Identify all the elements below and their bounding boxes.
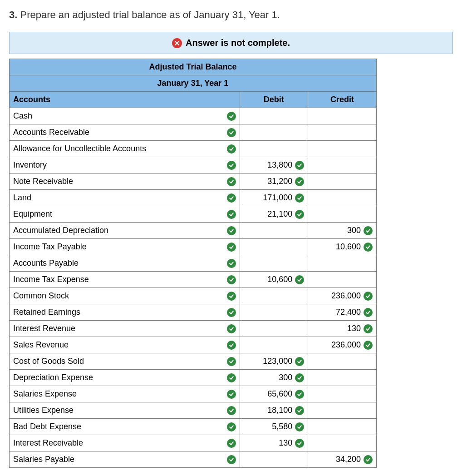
check-icon	[364, 243, 373, 252]
check-icon	[227, 161, 236, 170]
account-name[interactable]: Retained Earnings	[13, 307, 80, 317]
account-name[interactable]: Utilities Expense	[13, 406, 74, 415]
account-name[interactable]: Accumulated Depreciation	[13, 226, 108, 235]
debit-value[interactable]: 5,580	[272, 422, 292, 431]
status-text: Answer is not complete.	[186, 38, 290, 48]
check-icon	[364, 341, 373, 350]
question-text: Prepare an adjusted trial balance as of …	[20, 9, 280, 20]
account-name[interactable]: Cash	[13, 111, 32, 121]
debit-value[interactable]: 10,600	[267, 275, 292, 284]
debit-value[interactable]: 31,200	[267, 177, 292, 186]
account-name[interactable]: Bad Debt Expense	[13, 422, 81, 431]
table-row: Note Receivable31,200	[10, 174, 377, 190]
table-row: Salaries Payable34,200	[10, 451, 377, 468]
check-icon	[227, 292, 236, 301]
table-row: Interest Revenue130	[10, 321, 377, 337]
check-icon	[227, 373, 236, 382]
account-name[interactable]: Note Receivable	[13, 177, 73, 186]
debit-value[interactable]: 300	[279, 373, 292, 382]
check-icon	[227, 390, 236, 399]
debit-value[interactable]: 171,000	[263, 193, 292, 203]
check-icon	[295, 275, 304, 284]
check-icon	[295, 406, 304, 415]
account-name[interactable]: Interest Revenue	[13, 324, 75, 333]
account-name[interactable]: Common Stock	[13, 291, 69, 301]
check-icon	[295, 193, 304, 203]
column-header-credit: Credit	[308, 92, 377, 108]
credit-value[interactable]: 34,200	[336, 455, 361, 464]
check-icon	[227, 177, 236, 186]
check-icon	[227, 422, 236, 431]
check-icon	[227, 439, 236, 448]
check-icon	[364, 226, 373, 235]
check-icon	[227, 357, 236, 366]
account-name[interactable]: Inventory	[13, 160, 47, 170]
table-row: Allowance for Uncollectible Accounts	[10, 141, 377, 157]
table-title-2: January 31, Year 1	[10, 75, 377, 92]
check-icon	[364, 292, 373, 301]
check-icon	[227, 226, 236, 235]
check-icon	[364, 308, 373, 317]
table-row: Inventory13,800	[10, 157, 377, 174]
trial-balance-table: Adjusted Trial Balance January 31, Year …	[9, 59, 377, 468]
table-row: Land171,000	[10, 190, 377, 206]
table-row: Accounts Payable	[10, 255, 377, 272]
account-name[interactable]: Income Tax Expense	[13, 275, 89, 284]
table-row: Accumulated Depreciation300	[10, 223, 377, 239]
check-icon	[364, 324, 373, 333]
table-row: Income Tax Payable10,600	[10, 239, 377, 255]
check-icon	[227, 341, 236, 350]
table-row: Depreciation Expense300	[10, 370, 377, 386]
account-name[interactable]: Land	[13, 193, 31, 203]
table-row: Interest Receivable130	[10, 435, 377, 451]
error-icon	[172, 38, 182, 48]
check-icon	[227, 455, 236, 464]
debit-value[interactable]: 18,100	[267, 406, 292, 415]
account-name[interactable]: Salaries Expense	[13, 389, 77, 399]
table-row: Retained Earnings72,400	[10, 304, 377, 321]
status-bar: Answer is not complete.	[9, 32, 453, 54]
account-name[interactable]: Sales Revenue	[13, 340, 69, 350]
check-icon	[295, 210, 304, 219]
debit-value[interactable]: 130	[279, 438, 292, 448]
account-name[interactable]: Allowance for Uncollectible Accounts	[13, 144, 146, 154]
credit-value[interactable]: 300	[347, 226, 361, 235]
check-icon	[227, 128, 236, 137]
table-row: Utilities Expense18,100	[10, 402, 377, 419]
account-name[interactable]: Depreciation Expense	[13, 373, 93, 382]
check-icon	[295, 177, 304, 186]
check-icon	[227, 243, 236, 252]
debit-value[interactable]: 65,600	[267, 389, 292, 399]
account-name[interactable]: Income Tax Payable	[13, 242, 87, 252]
credit-value[interactable]: 236,000	[331, 340, 361, 350]
table-row: Common Stock236,000	[10, 288, 377, 304]
account-name[interactable]: Cost of Goods Sold	[13, 357, 84, 366]
check-icon	[295, 390, 304, 399]
column-header-debit: Debit	[240, 92, 308, 108]
credit-value[interactable]: 236,000	[331, 291, 361, 301]
table-row: Accounts Receivable	[10, 124, 377, 141]
table-row: Sales Revenue236,000	[10, 337, 377, 353]
table-row: Bad Debt Expense5,580	[10, 419, 377, 435]
table-row: Cost of Goods Sold123,000	[10, 353, 377, 370]
credit-value[interactable]: 10,600	[336, 242, 361, 252]
account-name[interactable]: Equipment	[13, 209, 52, 219]
check-icon	[227, 144, 236, 154]
check-icon	[295, 439, 304, 448]
table-row: Income Tax Expense10,600	[10, 272, 377, 288]
check-icon	[364, 455, 373, 464]
debit-value[interactable]: 21,100	[267, 209, 292, 219]
check-icon	[295, 422, 304, 431]
debit-value[interactable]: 123,000	[263, 357, 292, 366]
check-icon	[227, 259, 236, 268]
credit-value[interactable]: 130	[347, 324, 361, 333]
account-name[interactable]: Accounts Payable	[13, 258, 79, 268]
account-name[interactable]: Salaries Payable	[13, 455, 74, 464]
check-icon	[295, 357, 304, 366]
check-icon	[227, 406, 236, 415]
account-name[interactable]: Accounts Receivable	[13, 128, 89, 137]
debit-value[interactable]: 13,800	[267, 160, 292, 170]
account-name[interactable]: Interest Receivable	[13, 438, 83, 448]
credit-value[interactable]: 72,400	[336, 307, 361, 317]
question-prompt: 3. Prepare an adjusted trial balance as …	[9, 9, 453, 21]
